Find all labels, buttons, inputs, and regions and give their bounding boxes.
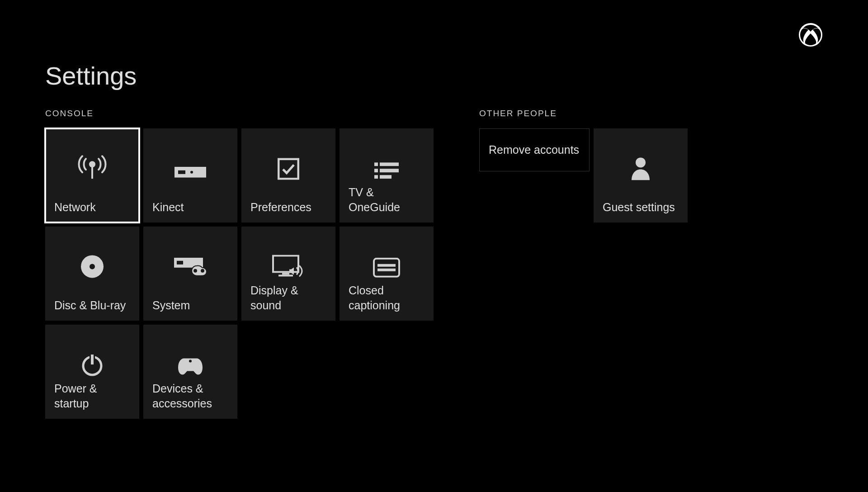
svg-rect-23 bbox=[377, 264, 396, 267]
network-icon bbox=[78, 155, 107, 180]
svg-rect-21 bbox=[278, 274, 293, 276]
svg-point-30 bbox=[636, 157, 646, 167]
svg-rect-8 bbox=[380, 162, 399, 166]
devices-accessories-tile[interactable]: Devices & accessories bbox=[143, 325, 237, 419]
power-icon bbox=[81, 354, 104, 376]
xbox-logo-icon bbox=[798, 23, 823, 47]
display-sound-tile[interactable]: Display & sound bbox=[241, 227, 335, 321]
preferences-label: Preferences bbox=[250, 200, 326, 215]
preferences-tile[interactable]: Preferences bbox=[241, 128, 335, 222]
svg-rect-11 bbox=[374, 175, 378, 179]
other-people-row: Remove accounts Guest settings bbox=[479, 128, 688, 222]
svg-rect-19 bbox=[273, 255, 298, 272]
guest-settings-tile[interactable]: Guest settings bbox=[594, 128, 688, 222]
tv-oneguide-label: TV & OneGuide bbox=[349, 185, 425, 214]
system-icon bbox=[174, 258, 207, 278]
svg-point-17 bbox=[193, 269, 197, 273]
svg-rect-16 bbox=[177, 261, 183, 265]
console-section: CONSOLE Network bbox=[45, 109, 434, 419]
remove-accounts-tile[interactable]: Remove accounts bbox=[479, 128, 590, 171]
svg-rect-6 bbox=[278, 159, 298, 179]
kinect-icon bbox=[175, 167, 206, 178]
power-startup-tile[interactable]: Power & startup bbox=[45, 325, 139, 419]
tv-oneguide-tile[interactable]: TV & OneGuide bbox=[340, 128, 434, 222]
svg-rect-4 bbox=[178, 170, 185, 174]
svg-rect-22 bbox=[374, 259, 399, 277]
tv-oneguide-icon bbox=[374, 162, 399, 179]
disc-bluray-tile[interactable]: Disc & Blu-ray bbox=[45, 227, 139, 321]
person-icon bbox=[631, 156, 651, 180]
network-label: Network bbox=[54, 200, 130, 215]
page-title: Settings bbox=[45, 61, 137, 90]
svg-point-14 bbox=[90, 264, 95, 269]
system-tile[interactable]: System bbox=[143, 227, 237, 321]
devices-accessories-label: Devices & accessories bbox=[152, 381, 228, 411]
closed-captioning-icon bbox=[373, 258, 400, 278]
display-sound-icon bbox=[272, 255, 305, 278]
svg-rect-2 bbox=[91, 166, 93, 179]
display-sound-label: Display & sound bbox=[250, 283, 326, 312]
remove-accounts-label: Remove accounts bbox=[489, 143, 579, 156]
system-label: System bbox=[152, 298, 228, 313]
svg-rect-24 bbox=[377, 269, 396, 271]
other-people-header: OTHER PEOPLE bbox=[479, 109, 688, 118]
closed-captioning-tile[interactable]: Closed captioning bbox=[340, 227, 434, 321]
kinect-tile[interactable]: Kinect bbox=[143, 128, 237, 222]
preferences-icon bbox=[278, 158, 299, 180]
controller-icon bbox=[177, 356, 203, 375]
console-tile-grid: Network Kinect Preferences bbox=[45, 128, 434, 419]
svg-rect-12 bbox=[380, 175, 392, 179]
console-section-header: CONSOLE bbox=[45, 109, 434, 118]
other-people-section: OTHER PEOPLE Remove accounts Guest setti… bbox=[479, 109, 688, 222]
guest-settings-label: Guest settings bbox=[603, 200, 679, 215]
power-startup-label: Power & startup bbox=[54, 381, 130, 411]
network-tile[interactable]: Network bbox=[45, 128, 139, 222]
kinect-label: Kinect bbox=[152, 200, 228, 215]
svg-rect-28 bbox=[91, 355, 94, 364]
svg-rect-10 bbox=[380, 169, 399, 172]
svg-rect-7 bbox=[374, 162, 378, 166]
svg-point-18 bbox=[201, 269, 204, 273]
closed-captioning-label: Closed captioning bbox=[349, 283, 425, 312]
svg-rect-20 bbox=[282, 273, 289, 274]
disc-icon bbox=[80, 255, 104, 278]
svg-point-5 bbox=[190, 171, 193, 174]
svg-rect-9 bbox=[374, 169, 378, 172]
disc-bluray-label: Disc & Blu-ray bbox=[54, 298, 130, 313]
svg-point-29 bbox=[189, 360, 192, 362]
